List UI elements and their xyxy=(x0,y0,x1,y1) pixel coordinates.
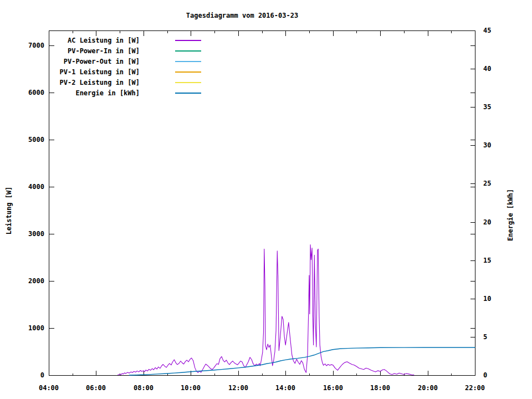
y1-tick-label: 5000 xyxy=(28,136,44,144)
legend-line-sample xyxy=(175,82,201,83)
legend-row: AC Leistung in [W] xyxy=(51,35,201,45)
legend-label: Energie in [kWh] xyxy=(51,89,140,97)
tagesdiagramm-chart: Tagesdiagramm vom 2016-03-23 Leistung [W… xyxy=(0,0,532,399)
y2-tick-label: 35 xyxy=(483,103,491,111)
y2-tick-label: 0 xyxy=(483,371,487,379)
y1-tick-label: 0 xyxy=(40,371,44,379)
x-tick-label: 14:00 xyxy=(275,384,295,392)
legend-row: PV-2 Leistung in [W] xyxy=(51,77,201,88)
y2-tick-label: 45 xyxy=(483,27,491,34)
legend-line-sample xyxy=(175,61,201,62)
legend-label: PV-1 Leistung in [W] xyxy=(51,68,140,76)
y2-tick-label: 10 xyxy=(483,295,491,303)
x-tick-label: 08:00 xyxy=(134,384,154,392)
x-tick-label: 22:00 xyxy=(465,384,485,392)
y2-tick-label: 5 xyxy=(483,333,487,341)
y2-tick-label: 20 xyxy=(483,218,491,226)
x-tick-label: 16:00 xyxy=(323,384,343,392)
legend-label: PV-Power-In in [W] xyxy=(51,47,140,55)
legend-row: PV-1 Leistung in [W] xyxy=(51,66,201,77)
y1-tick-label: 1000 xyxy=(28,324,44,332)
x-tick-label: 12:00 xyxy=(228,384,248,392)
y1-tick-label: 6000 xyxy=(28,89,44,96)
x-tick-label: 10:00 xyxy=(181,384,201,392)
legend-label: PV-2 Leistung in [W] xyxy=(51,79,140,86)
legend-line-sample xyxy=(175,40,201,41)
y2-tick-label: 40 xyxy=(483,65,491,73)
legend-line-sample xyxy=(175,71,201,73)
legend-row: Energie in [kWh] xyxy=(51,88,201,98)
y2-tick-label: 25 xyxy=(483,180,491,187)
y1-tick-label: 3000 xyxy=(28,230,44,238)
y1-tick-label: 2000 xyxy=(28,277,44,285)
series-line-ac-leistung-in-w xyxy=(118,245,414,375)
x-tick-label: 18:00 xyxy=(370,384,390,392)
y1-tick-label: 7000 xyxy=(28,42,44,49)
legend: AC Leistung in [W] PV-Power-In in [W] PV… xyxy=(51,35,201,98)
legend-row: PV-Power-Out in [W] xyxy=(51,56,201,66)
legend-label: PV-Power-Out in [W] xyxy=(51,58,140,65)
legend-row: PV-Power-In in [W] xyxy=(51,45,201,56)
legend-line-sample xyxy=(175,50,201,52)
x-tick-label: 20:00 xyxy=(418,384,438,392)
x-tick-label: 06:00 xyxy=(86,384,106,392)
y1-tick-label: 4000 xyxy=(28,183,44,191)
x-tick-label: 04:00 xyxy=(39,384,59,392)
legend-line-sample xyxy=(175,93,201,94)
y2-tick-label: 15 xyxy=(483,257,491,264)
legend-label: AC Leistung in [W] xyxy=(51,37,140,44)
y2-tick-label: 30 xyxy=(483,141,491,149)
